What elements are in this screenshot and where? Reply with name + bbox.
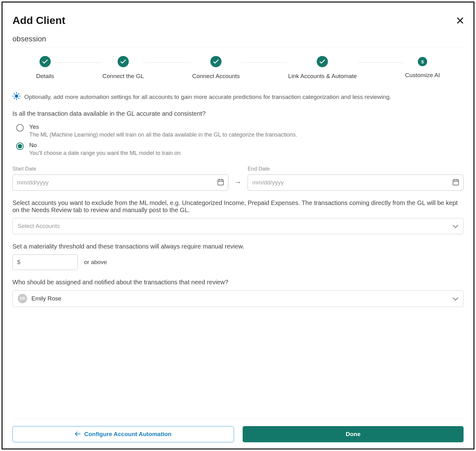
- radio-icon: [16, 124, 24, 132]
- assignee-text: Who should be assigned and notified abou…: [12, 279, 464, 286]
- threshold-text: Set a materiality threshold and these tr…: [12, 243, 464, 250]
- radio-label: Yes: [29, 123, 297, 130]
- currency-prefix: $: [17, 259, 21, 266]
- end-date-field: End Date: [248, 166, 464, 191]
- client-name: obsession: [12, 35, 464, 47]
- gl-accuracy-question: Is all the transaction data available in…: [12, 110, 464, 117]
- check-icon: [118, 56, 129, 67]
- modal-title: Add Client: [12, 14, 65, 26]
- lightbulb-icon: [12, 92, 21, 102]
- svg-point-0: [15, 95, 18, 98]
- exclude-accounts-text: Select accounts you want to exclude from…: [12, 199, 464, 214]
- modal-header: Add Client: [12, 14, 464, 26]
- check-icon: [210, 56, 222, 67]
- step-connector: [145, 63, 191, 63]
- radio-description: You'll choose a date range you want the …: [29, 150, 180, 156]
- end-date-label: End Date: [248, 166, 464, 172]
- start-date-input-wrap[interactable]: [12, 174, 228, 191]
- assignee-select[interactable]: ER Emily Rose: [12, 290, 464, 307]
- step-number: 5: [418, 57, 427, 66]
- add-client-modal: Add Client obsession Details Connect the…: [2, 2, 474, 449]
- chevron-down-icon: [453, 295, 458, 302]
- radio-content: Yes The ML (Machine Learning) model will…: [29, 123, 297, 138]
- end-date-input[interactable]: [252, 179, 453, 186]
- select-placeholder: Select Accounts: [18, 223, 60, 230]
- step-customize-ai[interactable]: 5 Customize AI: [405, 57, 440, 79]
- svg-rect-1: [218, 180, 223, 185]
- info-banner: Optionally, add more automation settings…: [12, 92, 464, 102]
- step-link-automate[interactable]: Link Accounts & Automate: [288, 56, 357, 80]
- assignee-value: ER Emily Rose: [18, 294, 61, 303]
- radio-icon: [16, 142, 24, 150]
- arrow-left-icon: [75, 431, 81, 438]
- avatar: ER: [18, 294, 27, 303]
- start-date-input[interactable]: [17, 179, 217, 186]
- arrow-right-icon: →: [235, 178, 241, 186]
- radio-content: No You'll choose a date range you want t…: [29, 142, 180, 156]
- exclude-accounts-select[interactable]: Select Accounts: [12, 218, 464, 234]
- radio-description: The ML (Machine Learning) model will tra…: [29, 132, 297, 138]
- check-icon: [40, 56, 51, 67]
- end-date-input-wrap[interactable]: [248, 174, 464, 191]
- progress-stepper: Details Connect the GL Connect Accounts …: [12, 56, 464, 80]
- threshold-input[interactable]: $: [12, 254, 78, 270]
- modal-footer: Configure Account Automation Done: [12, 419, 464, 442]
- step-details[interactable]: Details: [36, 56, 54, 80]
- step-connect-accounts[interactable]: Connect Accounts: [192, 56, 240, 80]
- radio-option-yes[interactable]: Yes The ML (Machine Learning) model will…: [12, 122, 464, 140]
- done-button[interactable]: Done: [243, 426, 464, 442]
- step-label: Connect the GL: [102, 73, 144, 80]
- close-button[interactable]: [457, 15, 464, 26]
- step-connect-gl[interactable]: Connect the GL: [102, 56, 144, 80]
- done-button-label: Done: [346, 431, 361, 438]
- start-date-label: Start Date: [12, 166, 228, 172]
- calendar-icon[interactable]: [453, 179, 459, 187]
- radio-option-no[interactable]: No You'll choose a date range you want t…: [12, 140, 464, 158]
- calendar-icon[interactable]: [217, 179, 224, 187]
- threshold-suffix: or above: [84, 259, 107, 266]
- step-label: Details: [36, 73, 54, 80]
- gl-accuracy-radio-group: Yes The ML (Machine Learning) model will…: [12, 122, 464, 158]
- svg-rect-2: [453, 180, 459, 185]
- start-date-field: Start Date: [12, 166, 228, 191]
- radio-label: No: [29, 142, 180, 149]
- check-icon: [317, 56, 328, 67]
- step-connector: [55, 63, 101, 63]
- chevron-down-icon: [453, 223, 458, 230]
- step-connector: [358, 63, 404, 63]
- threshold-row: $ or above: [12, 254, 464, 270]
- info-text: Optionally, add more automation settings…: [24, 94, 391, 100]
- step-connector: [241, 63, 287, 63]
- step-label: Connect Accounts: [192, 73, 240, 80]
- date-range-row: Start Date → End Date: [12, 166, 464, 191]
- step-label: Link Accounts & Automate: [288, 73, 357, 80]
- assignee-name: Emily Rose: [31, 295, 61, 302]
- back-button[interactable]: Configure Account Automation: [12, 426, 234, 442]
- step-label: Customize AI: [405, 72, 440, 79]
- back-button-label: Configure Account Automation: [84, 431, 171, 438]
